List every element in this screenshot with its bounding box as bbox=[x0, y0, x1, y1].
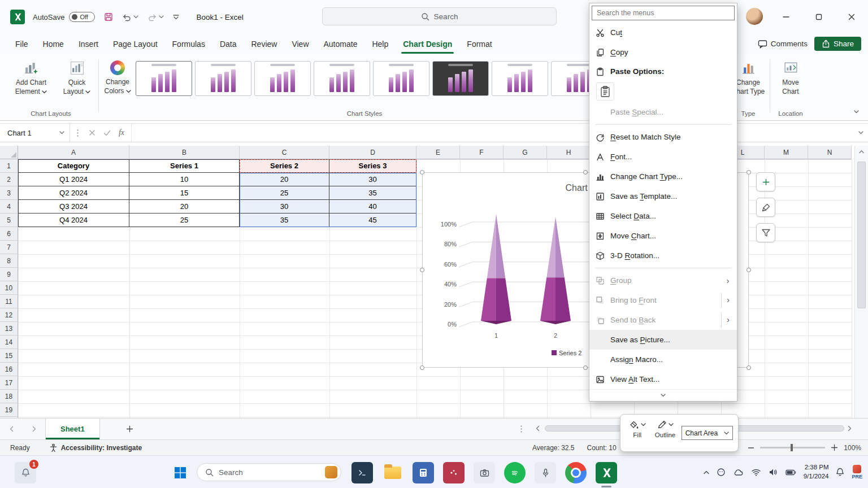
menu-item-reset-to-match-style[interactable]: Reset to Match Style bbox=[589, 127, 737, 147]
row-header-4[interactable]: 4 bbox=[0, 200, 18, 213]
add-chart-element-button[interactable]: Add ChartElement bbox=[6, 58, 57, 96]
chart-style-thumbnail[interactable] bbox=[432, 61, 489, 96]
cell-D4[interactable]: 40 bbox=[329, 200, 416, 213]
quick-access-chevron-icon[interactable] bbox=[173, 15, 179, 20]
row-header-16[interactable]: 16 bbox=[0, 363, 18, 376]
ribbon-tab-review[interactable]: Review bbox=[244, 34, 285, 54]
menu-item-save-as-picture[interactable]: Save as Picture... bbox=[589, 330, 737, 350]
voice-recorder-icon[interactable] bbox=[535, 462, 556, 483]
ribbon-tab-data[interactable]: Data bbox=[212, 34, 244, 54]
title-search-box[interactable]: Search bbox=[322, 7, 557, 25]
fill-button[interactable]: Fill bbox=[626, 419, 649, 438]
excel-logo-icon[interactable] bbox=[10, 10, 25, 24]
row-header-7[interactable]: 7 bbox=[0, 241, 18, 254]
cell-C3[interactable]: 25 bbox=[240, 186, 329, 200]
chart-selection-handle[interactable] bbox=[420, 365, 424, 370]
onedrive-icon[interactable] bbox=[733, 469, 744, 476]
cell-D3[interactable]: 35 bbox=[329, 186, 416, 200]
expand-formula-bar-icon[interactable] bbox=[853, 131, 868, 134]
add-sheet-button[interactable] bbox=[126, 425, 133, 433]
chart-style-thumbnail[interactable] bbox=[136, 61, 192, 96]
column-header-g[interactable]: G bbox=[504, 146, 547, 159]
row-header-8[interactable]: 8 bbox=[0, 254, 18, 268]
dev-tools-icon[interactable] bbox=[443, 462, 465, 483]
fill-chevron-icon[interactable] bbox=[641, 423, 646, 426]
row-header-10[interactable]: 10 bbox=[0, 281, 18, 295]
zoom-in-icon[interactable] bbox=[831, 444, 838, 451]
wifi-icon[interactable] bbox=[751, 468, 761, 476]
ribbon-tab-view[interactable]: View bbox=[284, 34, 316, 54]
vertical-scroll-thumb[interactable] bbox=[857, 162, 866, 308]
row-header-2[interactable]: 2 bbox=[0, 173, 18, 186]
menu-item-select-data[interactable]: Select Data... bbox=[589, 206, 737, 226]
formula-bar-grip-icon[interactable] bbox=[70, 129, 85, 137]
name-box[interactable]: Chart 1 bbox=[0, 124, 70, 142]
accessibility-status[interactable]: Accessibility: Investigate bbox=[49, 443, 142, 452]
pre-badge[interactable]: PRE bbox=[852, 465, 862, 480]
chart-style-thumbnail[interactable] bbox=[195, 61, 251, 96]
tray-overflow-chevron-icon[interactable] bbox=[704, 470, 709, 474]
column-header-b[interactable]: B bbox=[129, 146, 240, 159]
chart-selection-handle[interactable] bbox=[583, 365, 588, 370]
row-header-1[interactable]: 1 bbox=[0, 159, 18, 173]
formula-input[interactable] bbox=[131, 124, 853, 142]
minimize-button[interactable] bbox=[770, 0, 802, 34]
menu-item-font[interactable]: Font... bbox=[589, 147, 737, 167]
insert-function-button[interactable]: fx bbox=[114, 128, 129, 137]
chart-style-brush-button[interactable] bbox=[756, 198, 775, 217]
name-box-chevron-icon[interactable] bbox=[59, 131, 64, 134]
chart-style-thumbnail[interactable] bbox=[373, 61, 429, 96]
chart-style-thumbnail[interactable] bbox=[492, 61, 548, 96]
terminal-icon[interactable] bbox=[351, 462, 373, 483]
undo-chevron-icon[interactable] bbox=[133, 15, 138, 19]
cell-C5[interactable]: 35 bbox=[240, 213, 329, 227]
cell-B4[interactable]: 20 bbox=[129, 200, 240, 213]
menu-more-chevron-icon[interactable] bbox=[589, 389, 737, 400]
tab-splitter-icon[interactable] bbox=[520, 425, 523, 433]
ribbon-tab-formulas[interactable]: Formulas bbox=[165, 34, 212, 54]
prev-sheet-icon[interactable] bbox=[0, 426, 23, 432]
redo-chevron-icon[interactable] bbox=[159, 15, 164, 19]
zoom-slider[interactable] bbox=[760, 447, 825, 448]
menu-item-copy[interactable]: Copy bbox=[589, 42, 737, 62]
camera-icon[interactable] bbox=[474, 462, 495, 483]
scroll-left-icon[interactable] bbox=[536, 425, 540, 432]
zoom-level[interactable]: 100% bbox=[844, 444, 861, 452]
column-header-c[interactable]: C bbox=[240, 146, 329, 159]
cell-B1[interactable]: Series 1 bbox=[129, 159, 240, 173]
taskbar-clock[interactable]: 2:38 PM9/1/2024 bbox=[804, 463, 829, 481]
row-header-5[interactable]: 5 bbox=[0, 213, 18, 227]
select-all-corner[interactable] bbox=[0, 146, 18, 159]
confirm-entry-icon[interactable] bbox=[99, 130, 114, 136]
menu-item-change-chart-type[interactable]: Change Chart Type... bbox=[589, 167, 737, 186]
row-header-6[interactable]: 6 bbox=[0, 227, 18, 241]
comments-button[interactable]: Comments bbox=[758, 40, 808, 49]
cell-D1[interactable]: Series 3 bbox=[329, 159, 416, 173]
zoom-slider-thumb[interactable] bbox=[791, 444, 793, 451]
chrome-icon[interactable] bbox=[565, 462, 587, 483]
menu-item-bring-to-front[interactable]: Bring to Front› bbox=[589, 290, 737, 310]
outline-chevron-icon[interactable] bbox=[669, 423, 674, 426]
ribbon-tab-insert[interactable]: Insert bbox=[71, 34, 106, 54]
user-avatar[interactable] bbox=[746, 8, 763, 25]
ribbon-tab-automate[interactable]: Automate bbox=[316, 34, 365, 54]
zoom-out-icon[interactable] bbox=[748, 445, 754, 451]
scroll-right-icon[interactable] bbox=[848, 425, 852, 432]
cell-A5[interactable]: Q4 2024 bbox=[18, 213, 129, 227]
change-colors-button[interactable]: ChangeColors bbox=[102, 58, 133, 95]
cell-A4[interactable]: Q3 2024 bbox=[18, 200, 129, 213]
spotify-icon[interactable] bbox=[504, 462, 526, 483]
chart-selection-handle[interactable] bbox=[747, 365, 751, 370]
autosave-toggle[interactable]: Off bbox=[69, 12, 95, 22]
share-button[interactable]: Share bbox=[814, 37, 861, 51]
row-header-14[interactable]: 14 bbox=[0, 336, 18, 349]
cancel-entry-icon[interactable] bbox=[85, 129, 99, 136]
notifications-bell-icon[interactable] bbox=[836, 468, 844, 477]
chart-selection-handle[interactable] bbox=[583, 170, 588, 175]
ribbon-tab-home[interactable]: Home bbox=[36, 34, 71, 54]
cell-D5[interactable]: 45 bbox=[329, 213, 416, 227]
ribbon-tab-page-layout[interactable]: Page Layout bbox=[106, 34, 165, 54]
taskbar-search-box[interactable]: Search bbox=[197, 463, 341, 481]
undo-icon[interactable] bbox=[122, 13, 132, 21]
cell-B5[interactable]: 25 bbox=[129, 213, 240, 227]
